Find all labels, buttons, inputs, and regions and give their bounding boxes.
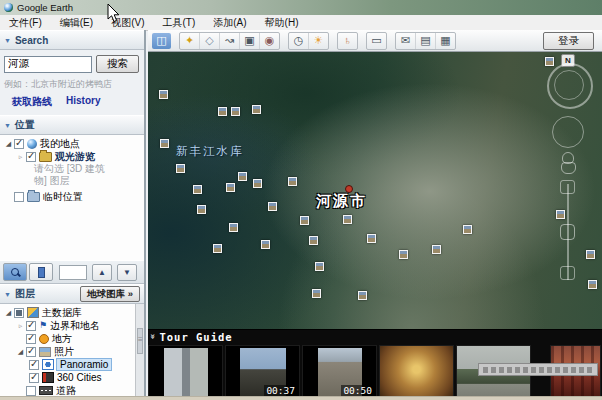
search-panel-header[interactable]: ▼ Search bbox=[0, 30, 144, 50]
layer-panoramio[interactable]: Panoramio bbox=[0, 358, 144, 371]
title-bar[interactable]: Google Earth bbox=[0, 0, 602, 15]
photo-marker-icon[interactable] bbox=[588, 280, 597, 289]
collapse-arrow-icon[interactable]: ▼ bbox=[4, 37, 11, 44]
planets-button[interactable]: ♄ bbox=[338, 33, 357, 49]
menu-help[interactable]: 帮助(H) bbox=[256, 15, 308, 30]
photo-marker-icon[interactable] bbox=[176, 164, 185, 173]
search-input[interactable] bbox=[4, 56, 92, 73]
expander-icon[interactable]: ◢ bbox=[4, 309, 13, 317]
layers-scrollbar[interactable] bbox=[135, 304, 144, 400]
expander-icon[interactable]: ▹ bbox=[16, 153, 25, 161]
zoom-slider-thumb[interactable] bbox=[560, 224, 575, 240]
expander-icon[interactable]: ◢ bbox=[16, 348, 25, 356]
layer-photos[interactable]: ◢ 照片 bbox=[0, 345, 144, 358]
chevron-down-icon[interactable]: » bbox=[148, 334, 158, 340]
photo-marker-icon[interactable] bbox=[367, 234, 376, 243]
places-item-temporary[interactable]: 临时位置 bbox=[0, 190, 144, 203]
sidebar-toggle-button[interactable]: ◫ bbox=[152, 33, 171, 49]
photo-marker-icon[interactable] bbox=[213, 244, 222, 253]
photo-marker-icon[interactable] bbox=[252, 105, 261, 114]
photo-marker-icon[interactable] bbox=[309, 236, 318, 245]
expander-icon[interactable]: ▹ bbox=[16, 322, 25, 330]
photo-marker-icon[interactable] bbox=[231, 107, 240, 116]
checkbox[interactable] bbox=[29, 373, 39, 383]
history-link[interactable]: History bbox=[66, 95, 100, 109]
photo-marker-icon[interactable] bbox=[226, 183, 235, 192]
save-image-button[interactable]: ▦ bbox=[436, 33, 455, 49]
checkbox[interactable] bbox=[14, 139, 24, 149]
checkbox[interactable] bbox=[26, 152, 36, 162]
photo-marker-icon[interactable] bbox=[315, 262, 324, 271]
photo-marker-icon[interactable] bbox=[586, 250, 595, 259]
photo-marker-icon[interactable] bbox=[300, 216, 309, 225]
checkbox[interactable] bbox=[26, 386, 36, 396]
pegman-icon[interactable] bbox=[562, 152, 574, 164]
checkbox[interactable] bbox=[14, 308, 24, 318]
add-polygon-button[interactable]: ◇ bbox=[200, 33, 220, 49]
sunlight-button[interactable]: ☀ bbox=[309, 33, 328, 49]
checkbox[interactable] bbox=[26, 347, 36, 357]
menu-add[interactable]: 添加(A) bbox=[204, 15, 255, 30]
email-button[interactable]: ✉ bbox=[396, 33, 416, 49]
collapse-arrow-icon[interactable]: ▼ bbox=[4, 291, 11, 298]
photo-marker-icon[interactable] bbox=[432, 245, 441, 254]
move-joystick-control[interactable] bbox=[552, 116, 584, 148]
photo-marker-icon[interactable] bbox=[463, 225, 472, 234]
look-ring-inner[interactable] bbox=[554, 70, 584, 100]
move-down-button[interactable]: ▼ bbox=[117, 264, 137, 281]
ruler-button[interactable]: ▭ bbox=[367, 33, 386, 49]
photo-marker-icon[interactable] bbox=[160, 139, 169, 148]
photo-marker-icon[interactable] bbox=[159, 90, 168, 99]
photo-marker-icon[interactable] bbox=[312, 289, 321, 298]
search-places-button[interactable] bbox=[3, 263, 27, 281]
map-viewport[interactable]: 新丰江水库 河源市 N » Tour Guide bbox=[148, 52, 602, 400]
places-panel-header[interactable]: ▼ 位置 bbox=[0, 115, 144, 135]
tour-thumbnail-golden-hall[interactable] bbox=[379, 345, 454, 399]
photo-marker-icon[interactable] bbox=[261, 240, 270, 249]
photo-marker-icon[interactable] bbox=[193, 185, 202, 194]
photo-marker-icon[interactable] bbox=[253, 179, 262, 188]
add-image-overlay-button[interactable]: ▣ bbox=[240, 33, 260, 49]
photo-marker-icon[interactable] bbox=[545, 57, 554, 66]
collapse-arrow-icon[interactable]: ▼ bbox=[4, 122, 11, 129]
expander-icon[interactable]: ◢ bbox=[4, 140, 13, 148]
layer-primary-database[interactable]: ◢ 主数据库 bbox=[0, 306, 144, 319]
layer-360cities[interactable]: 360 Cities bbox=[0, 371, 144, 384]
add-path-button[interactable]: ↝ bbox=[220, 33, 240, 49]
menu-tools[interactable]: 工具(T) bbox=[153, 15, 204, 30]
places-item-my-places[interactable]: ◢ 我的地点 bbox=[0, 137, 144, 150]
photo-marker-icon[interactable] bbox=[218, 107, 227, 116]
checkbox[interactable] bbox=[26, 334, 36, 344]
photo-marker-icon[interactable] bbox=[358, 291, 367, 300]
historical-imagery-button[interactable]: ◷ bbox=[289, 33, 309, 49]
scrollbar-thumb[interactable] bbox=[137, 328, 143, 354]
get-directions-link[interactable]: 获取路线 bbox=[12, 95, 52, 109]
photo-marker-icon[interactable] bbox=[556, 210, 565, 219]
photo-marker-icon[interactable] bbox=[229, 223, 238, 232]
tour-thumbnail-clock-tower[interactable] bbox=[148, 345, 223, 399]
zoom-in-button[interactable] bbox=[560, 180, 575, 194]
move-up-button[interactable]: ▲ bbox=[92, 264, 112, 281]
earth-gallery-button[interactable]: 地球图库 » bbox=[80, 286, 140, 302]
tour-guide-header[interactable]: » Tour Guide bbox=[148, 330, 602, 344]
tour-thumbnail-st-pauls[interactable]: 00:50 bbox=[302, 345, 377, 399]
checkbox[interactable] bbox=[14, 192, 24, 202]
photo-marker-icon[interactable] bbox=[268, 202, 277, 211]
record-tour-button[interactable]: ◉ bbox=[260, 33, 279, 49]
photo-marker-icon[interactable] bbox=[399, 250, 408, 259]
search-button[interactable]: 搜索 bbox=[96, 55, 139, 73]
menu-edit[interactable]: 编辑(E) bbox=[51, 15, 102, 30]
layers-panel-header[interactable]: ▼ 图层 地球图库 » bbox=[0, 284, 144, 304]
photo-marker-icon[interactable] bbox=[288, 177, 297, 186]
photo-marker-icon[interactable] bbox=[197, 205, 206, 214]
photo-marker-icon[interactable] bbox=[343, 215, 352, 224]
tour-thumbnail-big-buddha[interactable]: 00:37 bbox=[225, 345, 300, 399]
checkbox[interactable] bbox=[29, 360, 39, 370]
print-button[interactable]: ▤ bbox=[416, 33, 436, 49]
menu-file[interactable]: 文件(F) bbox=[0, 15, 51, 30]
layer-places[interactable]: 地方 bbox=[0, 332, 144, 345]
checkbox[interactable] bbox=[26, 321, 36, 331]
panel-view-button[interactable] bbox=[29, 263, 53, 281]
layer-borders[interactable]: ▹ ⚑ 边界和地名 bbox=[0, 319, 144, 332]
places-filter-box[interactable] bbox=[59, 265, 87, 280]
